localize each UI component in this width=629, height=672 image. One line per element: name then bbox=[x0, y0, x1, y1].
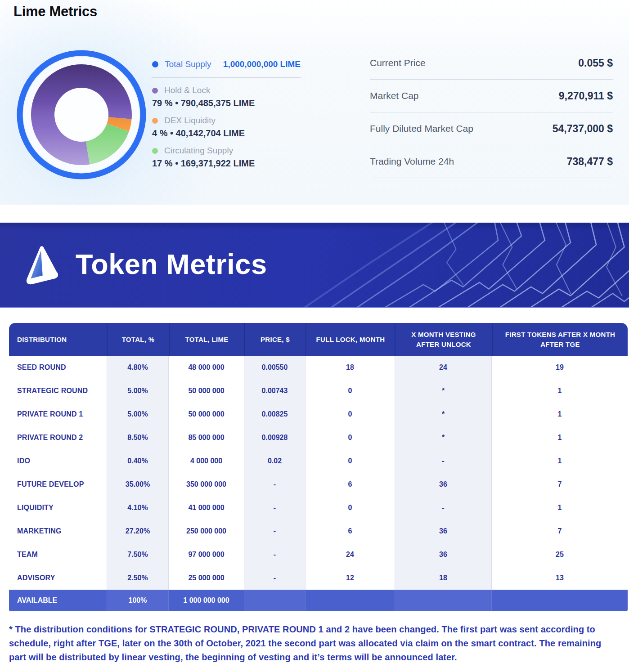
column-header-6: FIRST TOKENS AFTER X MONTH AFTER TGE bbox=[492, 323, 628, 356]
table-cell-r5-c5: 36 bbox=[395, 473, 492, 496]
table-cell-r8-c5: 36 bbox=[395, 543, 492, 566]
hold-lock-value: 79 % • 790,485,375 LIME bbox=[152, 98, 301, 108]
table-cell-r4-c4: 0 bbox=[306, 449, 395, 473]
table-cell-r0-c3: 0.00550 bbox=[244, 356, 306, 379]
table-footer-cell-1: 100% bbox=[107, 590, 169, 611]
stat-label: Current Price bbox=[370, 58, 426, 68]
table-cell-r4-c3: 0.02 bbox=[244, 449, 306, 473]
supply-donut-chart bbox=[12, 45, 151, 184]
table-cell-r8-c4: 24 bbox=[306, 543, 395, 566]
table-cell-r7-c4: 6 bbox=[306, 520, 395, 543]
table-cell-r9-c5: 18 bbox=[395, 566, 492, 590]
table-cell-r7-c1: 27.20% bbox=[107, 520, 169, 543]
table-cell-r5-c4: 6 bbox=[306, 473, 395, 496]
column-header-3: PRICE, $ bbox=[244, 323, 306, 356]
stat-value: 0.055 $ bbox=[578, 57, 613, 69]
table-cell-r3-c1: 8.50% bbox=[107, 426, 169, 449]
table-cell-r4-c5: - bbox=[395, 449, 492, 473]
table-cell-r2-c1: 5.00% bbox=[107, 403, 169, 426]
table-cell-r0-c0: SEED ROUND bbox=[9, 356, 107, 379]
hold-lock-label: Hold & Lock bbox=[164, 85, 210, 95]
table-cell-r3-c6: 1 bbox=[492, 426, 628, 449]
column-header-1: TOTAL, % bbox=[107, 323, 169, 356]
supply-legend: Total Supply 1,000,000,000 LIME Hold & L… bbox=[152, 57, 301, 175]
column-header-0: DISTRIBUTION bbox=[9, 323, 107, 356]
table-cell-r5-c2: 350 000 000 bbox=[169, 473, 244, 496]
banner-title: Token Metrics bbox=[76, 248, 267, 280]
donut-hole bbox=[55, 88, 108, 142]
legend-item-hold-lock: Hold & Lock 79 % • 790,485,375 LIME bbox=[152, 84, 301, 108]
table-cell-r0-c1: 4.80% bbox=[107, 356, 169, 379]
table-cell-r4-c2: 4 000 000 bbox=[169, 449, 244, 473]
table-cell-r6-c0: LIQUIDITY bbox=[9, 496, 107, 520]
table-cell-r1-c0: STRATEGIC ROUND bbox=[9, 379, 107, 403]
table-cell-r7-c2: 250 000 000 bbox=[169, 520, 244, 543]
lime-metrics-section: Lime Metrics Total Supply 1,000,000,00 bbox=[0, 0, 629, 205]
table-footer-cell-3 bbox=[244, 590, 306, 611]
stat-label: Market Cap bbox=[370, 90, 419, 101]
table-footer-cell-2: 1 000 000 000 bbox=[169, 590, 244, 611]
total-supply-value: 1,000,000,000 LIME bbox=[223, 59, 301, 69]
table-footer-cell-0: AVAILABLE bbox=[9, 590, 107, 611]
table-cell-r7-c0: MARKETING bbox=[9, 520, 107, 543]
table-cell-r8-c6: 25 bbox=[492, 543, 628, 566]
table-cell-r1-c6: 1 bbox=[492, 379, 628, 403]
dex-liquidity-label: DEX Liquidity bbox=[164, 116, 216, 125]
legend-item-circulating-supply: Circulating Supply 17 % • 169,371,922 LI… bbox=[152, 144, 301, 169]
table-cell-r2-c4: 0 bbox=[306, 403, 395, 426]
total-supply-dot-icon bbox=[152, 61, 158, 67]
table-cell-r9-c4: 12 bbox=[306, 566, 395, 590]
table-cell-r6-c2: 41 000 000 bbox=[169, 496, 244, 520]
stat-label: Fully Diluted Market Cap bbox=[370, 123, 473, 134]
table-cell-r6-c6: 1 bbox=[492, 496, 628, 520]
table-cell-r6-c5: - bbox=[395, 496, 492, 520]
table-cell-r8-c3: - bbox=[244, 543, 306, 566]
token-distribution-table: DISTRIBUTIONTOTAL, %TOTAL, LIMEPRICE, $F… bbox=[9, 323, 628, 611]
stat-row-trading-volume: Trading Volume 24h 738,477 $ bbox=[370, 145, 613, 178]
table-cell-r0-c5: 24 bbox=[395, 356, 492, 379]
circulating-supply-label: Circulating Supply bbox=[164, 146, 233, 156]
column-header-4: FULL LOCK, MONTH bbox=[306, 323, 395, 356]
table-cell-r1-c2: 50 000 000 bbox=[169, 379, 244, 403]
token-metrics-logo-icon bbox=[20, 244, 62, 288]
stat-label: Trading Volume 24h bbox=[370, 156, 454, 167]
table-cell-r8-c0: TEAM bbox=[9, 543, 107, 566]
table-cell-r5-c1: 35.00% bbox=[107, 473, 169, 496]
table-cell-r4-c0: IDO bbox=[9, 449, 107, 473]
hold-lock-dot-icon bbox=[152, 88, 158, 94]
table-cell-r4-c6: 1 bbox=[492, 449, 628, 473]
table-cell-r0-c2: 48 000 000 bbox=[169, 356, 244, 379]
column-header-5: X MONTH VESTING AFTER UNLOCK bbox=[395, 323, 492, 356]
table-cell-r9-c3: - bbox=[244, 566, 306, 590]
table-cell-r6-c4: 0 bbox=[306, 496, 395, 520]
table-cell-r8-c2: 97 000 000 bbox=[169, 543, 244, 566]
circulating-supply-value: 17 % • 169,371,922 LIME bbox=[152, 158, 301, 169]
table-cell-r4-c1: 0.40% bbox=[107, 449, 169, 473]
circulating-supply-dot-icon bbox=[152, 148, 158, 154]
table-cell-r1-c3: 0.00743 bbox=[244, 379, 306, 403]
table-cell-r2-c2: 50 000 000 bbox=[169, 403, 244, 426]
donut-chart-svg bbox=[12, 45, 151, 184]
stat-value: 738,477 $ bbox=[567, 156, 613, 168]
table-cell-r6-c3: - bbox=[244, 496, 306, 520]
table-cell-r7-c5: 36 bbox=[395, 520, 492, 543]
network-mesh-decoration bbox=[302, 223, 629, 307]
table-cell-r0-c4: 18 bbox=[306, 356, 395, 379]
stat-value: 9,270,911 $ bbox=[559, 90, 613, 102]
table-cell-r7-c3: - bbox=[244, 520, 306, 543]
table-cell-r9-c1: 2.50% bbox=[107, 566, 169, 590]
table-cell-r3-c3: 0.00928 bbox=[244, 426, 306, 449]
token-metrics-banner: Token Metrics bbox=[0, 223, 629, 308]
table-cell-r3-c0: PRIVATE ROUND 2 bbox=[9, 426, 107, 449]
column-header-2: TOTAL, LIME bbox=[169, 323, 244, 356]
legend-item-dex-liquidity: DEX Liquidity 4 % • 40,142,704 LIME bbox=[152, 114, 301, 139]
distribution-footnote: * The distribution conditions for STRATE… bbox=[9, 623, 607, 664]
table-cell-r9-c2: 25 000 000 bbox=[169, 566, 244, 590]
table-cell-r9-c6: 13 bbox=[492, 566, 628, 590]
dex-liquidity-dot-icon bbox=[152, 118, 158, 124]
table-cell-r2-c0: PRIVATE ROUND 1 bbox=[9, 403, 107, 426]
table-cell-r3-c4: 0 bbox=[306, 426, 395, 449]
table-cell-r6-c1: 4.10% bbox=[107, 496, 169, 520]
table-cell-r3-c5: * bbox=[395, 426, 492, 449]
table-cell-r5-c6: 7 bbox=[492, 473, 628, 496]
